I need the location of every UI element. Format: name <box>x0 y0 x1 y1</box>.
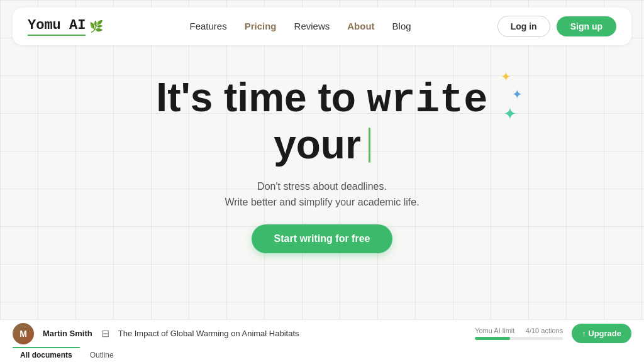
sparkles-decoration: ✦ ✦ ✦ <box>501 69 523 124</box>
document-icon: ⊟ <box>101 327 109 339</box>
hero-title: It's time to write <box>156 75 487 123</box>
sparkle-blue-icon: ✦ <box>512 87 523 102</box>
tab-outline[interactable]: Outline <box>82 347 121 362</box>
user-name: Martin Smith <box>43 329 92 338</box>
bottom-sub-row: All documents Outline <box>0 347 644 362</box>
hero-title-part1: It's time to <box>156 75 367 120</box>
logo-text: Yomu AI <box>28 18 86 36</box>
limit-actions: 4/10 actions <box>526 327 563 334</box>
document-title: The Impact of Global Warming on Animal H… <box>118 329 466 338</box>
bottom-bar: M Martin Smith ⊟ The Impact of Global Wa… <box>0 319 644 362</box>
bottom-main-row: M Martin Smith ⊟ The Impact of Global Wa… <box>0 319 644 347</box>
tab-all-documents[interactable]: All documents <box>13 347 80 362</box>
limit-label: Yomu AI limit <box>475 327 514 334</box>
nav-item-reviews[interactable]: Reviews <box>294 21 330 32</box>
avatar: M <box>13 323 34 344</box>
nav-actions: Log in Sign up <box>497 16 616 37</box>
logo[interactable]: Yomu AI 🌿 <box>28 18 103 36</box>
nav-item-features[interactable]: Features <box>189 21 226 32</box>
nav-item-about[interactable]: About <box>347 21 374 32</box>
login-button[interactable]: Log in <box>497 16 550 37</box>
sparkle-yellow-icon: ✦ <box>501 69 511 84</box>
leaf-icon: 🌿 <box>89 19 103 33</box>
nav-item-pricing[interactable]: Pricing <box>245 21 277 32</box>
progress-bar-fill <box>475 337 510 340</box>
cta-button[interactable]: Start writing for free <box>252 224 393 253</box>
upgrade-button[interactable]: ↑ Upgrade <box>572 324 631 343</box>
hero-subtitle: Don't stress about deadlines. Write bett… <box>0 178 644 211</box>
cursor-bar <box>369 128 370 163</box>
hero-title-write: write <box>367 78 488 123</box>
nav-links: Features Pricing Reviews About Blog <box>189 21 411 32</box>
sparkle-teal-icon: ✦ <box>503 104 517 124</box>
hero-line2: your <box>0 123 644 167</box>
limit-section: Yomu AI limit 4/10 actions <box>475 327 563 340</box>
nav-item-blog[interactable]: Blog <box>392 21 411 32</box>
limit-header: Yomu AI limit 4/10 actions <box>475 327 563 334</box>
hero-section: It's time to write ✦ ✦ ✦ your Don't stre… <box>0 53 644 253</box>
navbar: Yomu AI 🌿 Features Pricing Reviews About… <box>13 8 631 45</box>
hero-title-your: your <box>274 123 361 167</box>
signup-button[interactable]: Sign up <box>557 16 616 36</box>
progress-bar-bg <box>475 337 563 340</box>
